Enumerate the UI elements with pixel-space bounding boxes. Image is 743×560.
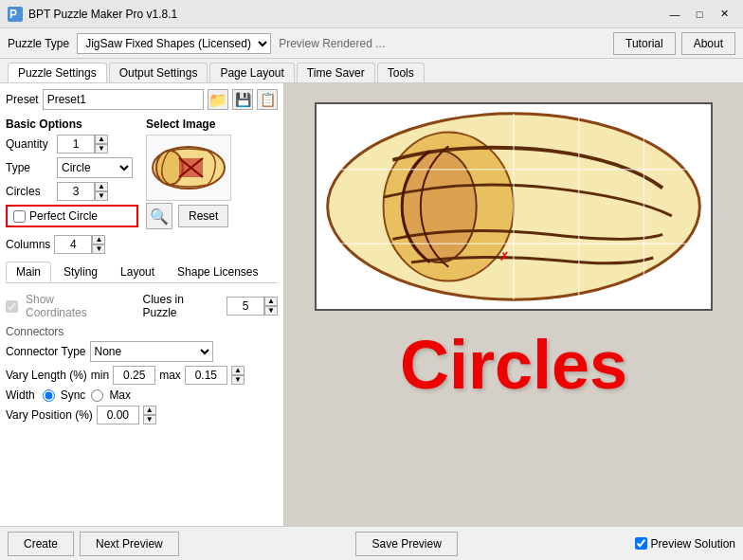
width-sync-radio[interactable] [43, 389, 55, 402]
perfect-circle-row: Perfect Circle [6, 205, 138, 227]
vary-length-min-label: min [91, 369, 109, 382]
reset-button[interactable]: Reset [178, 205, 228, 227]
menu-left: Puzzle Type JigSaw Fixed Shapes (License… [8, 33, 385, 54]
vary-length-max-input[interactable] [185, 366, 227, 385]
circles-spinner: ▲ ▼ [57, 182, 108, 201]
columns-input[interactable] [54, 235, 92, 254]
clues-label: Clues in Puzzle [142, 293, 219, 319]
select-image: Select Image 🔍 Reset [146, 117, 278, 231]
app-icon: P [8, 7, 23, 22]
quantity-input[interactable] [57, 135, 95, 154]
vary-position-input[interactable] [97, 406, 139, 425]
preset-input[interactable] [43, 89, 204, 110]
tab-styling[interactable]: Styling [53, 262, 108, 282]
quantity-up[interactable]: ▲ [95, 135, 108, 144]
content-area: Preset 📁 💾 📋 Basic Options Quantity ▲ ▼ [0, 83, 743, 526]
circles-down[interactable]: ▼ [95, 191, 108, 201]
preset-label: Preset [6, 93, 39, 106]
next-preview-button[interactable]: Next Preview [80, 532, 179, 556]
tab-puzzle-settings[interactable]: Puzzle Settings [8, 63, 107, 82]
svg-point-3 [156, 151, 183, 185]
folder-button[interactable]: 📁 [208, 89, 228, 110]
image-preview-svg [151, 139, 227, 196]
clues-up[interactable]: ▲ [264, 297, 278, 306]
save-preview-button[interactable]: Save Preview [355, 532, 457, 556]
title-bar: P BPT Puzzle Maker Pro v1.8.1 — □ ✕ [0, 0, 743, 28]
width-radio-group: Sync Max [43, 388, 131, 402]
save-as-button[interactable]: 📋 [257, 89, 278, 110]
inner-content-main: Show Coordinates Clues in Puzzle ▲ ▼ Con… [6, 287, 278, 434]
tab-shape-licenses[interactable]: Shape Licenses [167, 262, 268, 282]
create-button[interactable]: Create [8, 532, 74, 556]
clues-input[interactable] [227, 297, 264, 316]
close-button[interactable]: ✕ [713, 5, 735, 24]
svg-text:✗: ✗ [499, 250, 509, 262]
bottom-right: Preview Solution [635, 537, 735, 551]
inner-tabs: Main Styling Layout Shape Licenses [6, 262, 278, 283]
vary-max-up[interactable]: ▲ [231, 366, 245, 375]
vary-pos-up[interactable]: ▲ [143, 406, 156, 415]
menu-right: Tutorial About [613, 32, 735, 55]
vary-position-label: Vary Position (%) [6, 408, 93, 422]
width-max-radio[interactable] [91, 389, 103, 402]
tab-page-layout[interactable]: Page Layout [209, 63, 294, 82]
connector-type-select[interactable]: None [90, 341, 213, 362]
preview-status: Preview Rendered ... [279, 37, 385, 50]
perfect-circle-checkbox[interactable] [13, 210, 26, 223]
vary-length-min-input[interactable] [113, 366, 155, 385]
select-image-label: Select Image [146, 117, 278, 131]
max-label: Max [109, 388, 131, 402]
sync-label: Sync [61, 388, 86, 402]
image-preview[interactable] [146, 135, 231, 201]
columns-up[interactable]: ▲ [92, 235, 105, 244]
vary-position-spinner: ▲ ▼ [143, 406, 156, 425]
vary-pos-down[interactable]: ▼ [143, 415, 156, 425]
clues-down[interactable]: ▼ [264, 306, 278, 316]
left-panel: Preset 📁 💾 📋 Basic Options Quantity ▲ ▼ [0, 83, 284, 526]
tab-main[interactable]: Main [6, 262, 51, 282]
circles-up[interactable]: ▲ [95, 182, 108, 191]
type-row: Type Circle [6, 157, 138, 178]
minimize-button[interactable]: — [663, 5, 686, 24]
clues-spinner-btns: ▲ ▼ [264, 297, 278, 316]
maximize-button[interactable]: □ [688, 5, 711, 24]
tab-tools[interactable]: Tools [377, 63, 425, 82]
puzzle-type-label: Puzzle Type [8, 37, 69, 50]
columns-label: Columns [6, 238, 50, 251]
vary-length-row: Vary Length (%) min max ▲ ▼ [6, 366, 278, 385]
basic-options-label: Basic Options [6, 117, 138, 131]
search-reset-row: 🔍 Reset [146, 203, 278, 229]
connector-type-label: Connector Type [6, 345, 86, 358]
right-panel: ✗ Circles [284, 83, 743, 526]
tab-output-settings[interactable]: Output Settings [109, 63, 208, 82]
vary-length-max-spinner: ▲ ▼ [231, 366, 245, 385]
tab-layout[interactable]: Layout [110, 262, 165, 282]
type-select[interactable]: Circle [57, 157, 133, 178]
quantity-label: Quantity [6, 137, 53, 151]
columns-down[interactable]: ▼ [92, 244, 105, 254]
save-button[interactable]: 💾 [232, 89, 253, 110]
about-button[interactable]: About [681, 32, 735, 55]
vary-position-row: Vary Position (%) ▲ ▼ [6, 406, 278, 425]
connector-type-row: Connector Type None [6, 341, 278, 362]
circles-label: Circles [6, 185, 53, 198]
search-button[interactable]: 🔍 [146, 203, 172, 229]
puzzle-svg: ✗ [317, 104, 711, 309]
width-label: Width [6, 388, 35, 402]
app-title: BPT Puzzle Maker Pro v1.8.1 [28, 8, 663, 21]
preview-solution-checkbox[interactable] [635, 537, 647, 550]
tab-time-saver[interactable]: Time Saver [297, 63, 375, 82]
two-col-area: Basic Options Quantity ▲ ▼ Type Circle [6, 117, 278, 231]
perfect-circle-container: Perfect Circle [6, 205, 138, 227]
circles-input[interactable] [57, 182, 95, 201]
basic-options: Basic Options Quantity ▲ ▼ Type Circle [6, 117, 138, 231]
columns-spinner: ▲ ▼ [54, 235, 105, 254]
vary-max-down[interactable]: ▼ [231, 375, 245, 385]
columns-row: Columns ▲ ▼ [6, 235, 278, 254]
quantity-spinner-btns: ▲ ▼ [95, 135, 108, 154]
quantity-spinner: ▲ ▼ [57, 135, 108, 154]
puzzle-type-dropdown[interactable]: JigSaw Fixed Shapes (Licensed) [77, 33, 271, 54]
quantity-down[interactable]: ▼ [95, 144, 108, 154]
tutorial-button[interactable]: Tutorial [613, 32, 676, 55]
type-label: Type [6, 161, 53, 174]
